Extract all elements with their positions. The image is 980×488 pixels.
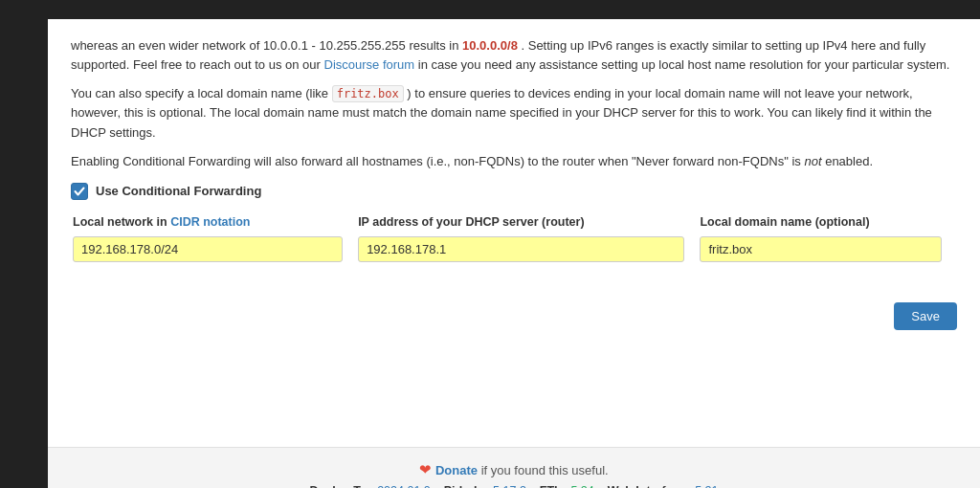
paragraph-1: whereas an even wider network of 10.0.0.… — [71, 36, 957, 75]
docker-version: 2024.01.0 — [377, 484, 431, 488]
dhcp-cell — [358, 236, 698, 262]
content-area: whereas an even wider network of 10.0.0.… — [48, 19, 980, 447]
domain-input[interactable] — [700, 236, 942, 262]
version-info: Docker Tag 2024.01.0 Pi-hole v5.17.3 FTL… — [48, 484, 980, 488]
ftl-version: v5.24 — [565, 484, 594, 488]
paragraph-3: Enabling Conditional Forwarding will als… — [71, 152, 957, 171]
paragraph-2: You can also specify a local domain name… — [71, 84, 957, 142]
sidebar — [0, 0, 48, 488]
footer: ❤ Donate if you found this useful. Docke… — [48, 447, 980, 488]
web-version: v5.21 — [689, 484, 719, 488]
dhcp-input[interactable] — [358, 236, 684, 262]
donate-line: ❤ Donate if you found this useful. — [48, 461, 980, 478]
donate-text: if you found this useful. — [481, 463, 609, 477]
heart-icon: ❤ — [419, 461, 432, 477]
discourse-link[interactable]: Discourse forum — [324, 57, 415, 72]
domain-code: fritz.box — [332, 85, 404, 102]
col1-highlight: CIDR notation — [170, 215, 250, 229]
donate-link[interactable]: Donate — [435, 463, 478, 477]
pihole-label: Pi-hole — [444, 484, 484, 488]
ftl-label: FTL — [540, 484, 562, 488]
top-bar — [0, 0, 980, 19]
web-label: Web Interface — [608, 484, 686, 488]
col-header-cidr: Local network in CIDR notation — [73, 215, 356, 234]
para1-start: whereas an even wider network of 10.0.0.… — [71, 38, 458, 53]
domain-cell — [700, 236, 955, 262]
ip-range-highlight: 10.0.0.0/8 — [462, 38, 518, 53]
cidr-cell — [73, 236, 356, 262]
para2-start: You can also specify a local domain name… — [71, 86, 328, 100]
para3-start: Enabling Conditional Forwarding will als… — [71, 154, 801, 168]
save-button[interactable]: Save — [894, 302, 957, 330]
para1-end: in case you need any assistance setting … — [418, 57, 950, 72]
conditional-forwarding-form: Local network in CIDR notation IP addres… — [71, 213, 957, 264]
col-header-dhcp: IP address of your DHCP server (router) — [358, 215, 698, 234]
conditional-forwarding-checkbox-row[interactable]: Use Conditional Forwarding — [71, 183, 957, 200]
save-row: Save — [71, 293, 957, 330]
checkbox-label: Use Conditional Forwarding — [96, 184, 261, 198]
para3-italic: not — [804, 154, 821, 168]
docker-label: Docker Tag — [310, 484, 374, 488]
col1-prefix: Local network in — [73, 215, 167, 229]
para3-end: enabled. — [825, 154, 873, 168]
pihole-version: v5.17.3 — [487, 484, 526, 488]
col-header-domain: Local domain name (optional) — [700, 215, 955, 234]
checkmark-icon — [74, 186, 85, 197]
checkbox-checked[interactable] — [71, 183, 88, 200]
cidr-input[interactable] — [73, 236, 343, 262]
